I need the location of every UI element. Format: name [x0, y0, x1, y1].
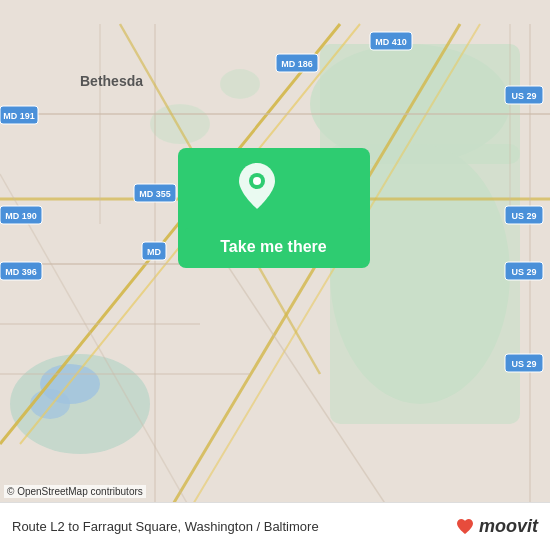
take-me-there-button[interactable]: Take me there	[185, 228, 362, 265]
svg-text:MD 190: MD 190	[5, 211, 37, 221]
svg-point-9	[30, 389, 70, 419]
svg-text:MD 396: MD 396	[5, 267, 37, 277]
osm-attribution: © OpenStreetMap contributors	[4, 485, 146, 498]
map-container: MD 410 MD 186 US 29 MD 191 MD 355 MD 190…	[0, 0, 550, 550]
svg-text:MD 355: MD 355	[139, 189, 171, 199]
svg-text:US 29: US 29	[511, 91, 536, 101]
svg-text:US 29: US 29	[511, 211, 536, 221]
route-label: Route L2 to Farragut Square, Washington …	[12, 519, 455, 534]
svg-text:MD: MD	[147, 247, 161, 257]
svg-text:US 29: US 29	[511, 267, 536, 277]
bottom-bar: Route L2 to Farragut Square, Washington …	[0, 502, 550, 550]
svg-text:US 29: US 29	[511, 359, 536, 369]
map-pin	[239, 163, 275, 213]
svg-point-6	[150, 104, 210, 144]
svg-text:MD 410: MD 410	[375, 37, 407, 47]
svg-point-7	[220, 69, 260, 99]
svg-text:Bethesda: Bethesda	[80, 73, 143, 89]
moovit-brand-text: moovit	[479, 516, 538, 537]
moovit-heart-icon	[455, 517, 475, 537]
svg-text:MD 186: MD 186	[281, 59, 313, 69]
map-background: MD 410 MD 186 US 29 MD 191 MD 355 MD 190…	[0, 0, 550, 550]
svg-point-50	[253, 177, 261, 185]
moovit-logo: moovit	[455, 516, 538, 537]
svg-text:MD 191: MD 191	[3, 111, 35, 121]
